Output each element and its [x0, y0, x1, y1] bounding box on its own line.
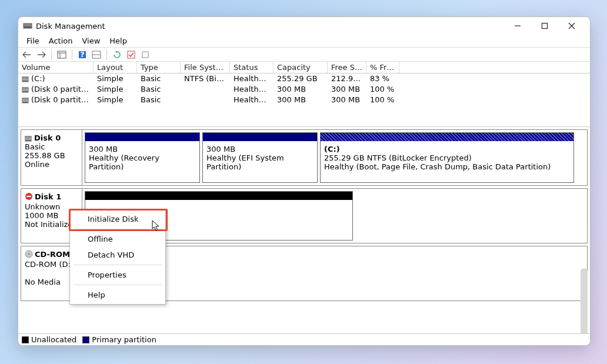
partition[interactable]: 300 MBHealthy (Recovery Partition): [85, 132, 200, 183]
refresh-icon[interactable]: [111, 49, 124, 61]
table-cell: NTFS (BitLo...: [181, 74, 230, 84]
column-header[interactable]: % Free: [366, 62, 399, 73]
column-header[interactable]: Free Sp...: [328, 62, 366, 73]
unallocated-header: [85, 192, 352, 200]
svg-point-18: [28, 253, 30, 255]
svg-rect-14: [142, 52, 148, 58]
disk-0-info[interactable]: Disk 0 Basic 255.88 GB Online: [21, 130, 82, 185]
table-cell: (C:): [18, 74, 94, 84]
partition-header: [203, 133, 317, 141]
partition[interactable]: 300 MBHealthy (EFI System Partition): [202, 132, 318, 183]
maximize-button[interactable]: [531, 17, 558, 35]
disk-0-name: Disk 0: [34, 133, 61, 142]
table-cell: Healthy (B...: [230, 74, 274, 84]
ctx-initialize-disk[interactable]: Initialize Disk: [70, 211, 165, 227]
table-cell: (Disk 0 partition 1): [18, 84, 94, 95]
table-cell: 300 MB: [274, 95, 328, 105]
table-cell: Healthy (E...: [230, 95, 274, 105]
partition-body: 300 MBHealthy (Recovery Partition): [85, 141, 199, 175]
disk-0-state: Online: [25, 160, 49, 169]
table-cell: Basic: [137, 74, 181, 84]
toolbar: ?: [18, 48, 590, 62]
disk-icon: [25, 136, 32, 142]
table-cell: 212.97 GB: [328, 74, 366, 84]
partition[interactable]: (C:)255.29 GB NTFS (BitLocker Encrypted)…: [320, 132, 574, 183]
legend-primary-label: Primary partition: [92, 335, 156, 344]
context-menu: Initialize Disk Offline Detach VHD Prope…: [69, 209, 166, 305]
column-header[interactable]: Layout: [94, 62, 137, 73]
cdrom-drive-letter: CD-ROM (D:): [25, 260, 74, 269]
menu-action[interactable]: Action: [44, 35, 78, 46]
back-button[interactable]: [21, 49, 34, 61]
column-header[interactable]: Volume: [18, 62, 94, 73]
ctx-offline[interactable]: Offline: [70, 231, 165, 247]
disk-0-row: Disk 0 Basic 255.88 GB Online 300 MBHeal…: [21, 129, 588, 186]
help-icon[interactable]: ?: [76, 49, 89, 61]
disk-0-size: 255.88 GB: [25, 151, 65, 160]
titlebar: Disk Management: [18, 17, 590, 35]
app-icon: [23, 21, 32, 31]
table-cell: 300 MB: [274, 84, 328, 95]
close-button[interactable]: [558, 17, 585, 35]
column-header[interactable]: Capacity: [274, 62, 328, 73]
table-cell: 300 MB: [328, 95, 366, 105]
ctx-properties[interactable]: Properties: [70, 267, 165, 283]
table-row[interactable]: (Disk 0 partition 2)SimpleBasicHealthy (…: [18, 95, 590, 105]
toolbar-misc-icon[interactable]: [139, 49, 152, 61]
window-title: Disk Management: [36, 22, 504, 31]
menu-help[interactable]: Help: [105, 35, 132, 46]
svg-rect-3: [542, 24, 548, 29]
column-header[interactable]: Type: [137, 62, 181, 73]
toolbar-check-icon[interactable]: [125, 49, 138, 61]
table-cell: Simple: [94, 95, 137, 105]
table-cell: Simple: [94, 84, 137, 95]
table-cell: Simple: [94, 74, 137, 84]
svg-rect-6: [58, 51, 66, 58]
table-row[interactable]: (Disk 0 partition 1)SimpleBasicHealthy (…: [18, 84, 590, 95]
legend-unallocated-label: Unallocated: [31, 335, 76, 344]
window-controls: [504, 17, 585, 35]
cdrom-icon: [25, 250, 33, 260]
svg-text:?: ?: [80, 51, 85, 59]
table-cell: (Disk 0 partition 2): [18, 95, 94, 105]
legend: Unallocated Primary partition: [18, 333, 590, 345]
table-cell: 83 %: [366, 74, 399, 84]
column-header[interactable]: File System: [181, 62, 230, 73]
disk-1-name: Disk 1: [35, 192, 61, 201]
menu-view[interactable]: View: [77, 35, 105, 46]
disk-1-size: 1000 MB: [25, 211, 58, 220]
toolbar-view-icon[interactable]: [55, 49, 68, 61]
table-cell: Basic: [137, 84, 181, 95]
partition-header: [85, 133, 199, 141]
svg-rect-13: [128, 51, 135, 58]
svg-rect-16: [26, 196, 31, 197]
table-cell: 100 %: [366, 95, 399, 105]
disk-1-type: Unknown: [25, 202, 60, 211]
legend-unallocated-swatch: [22, 336, 29, 343]
disk-error-icon: [25, 192, 33, 202]
partition-header: [321, 133, 573, 141]
table-cell: Healthy (R...: [230, 84, 274, 95]
toolbar-layout-icon[interactable]: [90, 49, 103, 61]
minimize-button[interactable]: [504, 17, 531, 35]
partition-body: (C:)255.29 GB NTFS (BitLocker Encrypted)…: [321, 141, 573, 175]
legend-primary-swatch: [82, 336, 89, 343]
ctx-help[interactable]: Help: [70, 287, 165, 303]
volume-list-rows[interactable]: (C:)SimpleBasicNTFS (BitLo...Healthy (B.…: [18, 74, 590, 126]
table-cell: Basic: [137, 95, 181, 105]
svg-rect-1: [24, 26, 31, 28]
ctx-detach-vhd[interactable]: Detach VHD: [70, 247, 165, 263]
forward-button[interactable]: [35, 49, 48, 61]
table-cell: 255.29 GB: [274, 74, 328, 84]
volume-list: VolumeLayoutTypeFile SystemStatusCapacit…: [18, 62, 590, 127]
table-row[interactable]: (C:)SimpleBasicNTFS (BitLo...Healthy (B.…: [18, 74, 590, 84]
menubar: File Action View Help: [18, 35, 590, 48]
table-cell: 100 %: [366, 84, 399, 95]
volume-list-header: VolumeLayoutTypeFile SystemStatusCapacit…: [18, 62, 590, 74]
column-header[interactable]: Status: [230, 62, 274, 73]
partition-body: 300 MBHealthy (EFI System Partition): [203, 141, 317, 175]
scrollbar[interactable]: [581, 268, 588, 333]
disk-0-type: Basic: [25, 142, 45, 151]
unallocated-body: [85, 200, 352, 207]
menu-file[interactable]: File: [22, 35, 44, 46]
